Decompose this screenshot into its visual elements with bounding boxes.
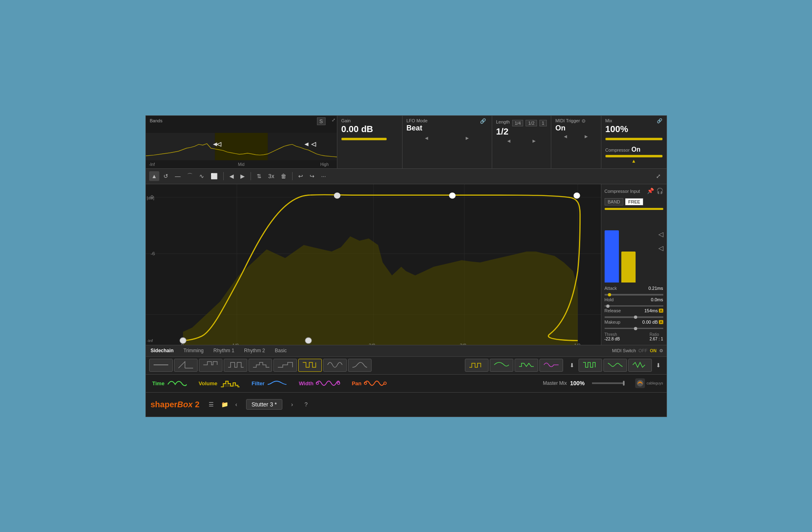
comp-attack-thumb[interactable]: [608, 293, 611, 296]
select-tool-btn[interactable]: ▲: [149, 171, 160, 181]
expand-btn[interactable]: ⤢: [654, 171, 663, 181]
mix-value[interactable]: 100%: [605, 124, 662, 135]
length-btn-half[interactable]: 1/2: [526, 120, 537, 126]
help-btn[interactable]: ?: [302, 400, 310, 409]
shape-btn-pulse[interactable]: [199, 359, 222, 372]
draw-tool-btn[interactable]: ∿: [197, 171, 207, 181]
shape-download-right[interactable]: ⬇: [654, 359, 663, 372]
midi-prev-arrow[interactable]: ◀: [564, 134, 567, 139]
length-next-arrow[interactable]: ▶: [533, 139, 536, 143]
delete-btn[interactable]: 🗑: [278, 171, 289, 181]
module-tab-time[interactable]: Time: [149, 377, 191, 389]
module-tab-width[interactable]: Width: [295, 377, 343, 389]
comp-hold-slider[interactable]: [605, 305, 663, 307]
module-tab-volume[interactable]: Volume: [196, 377, 244, 389]
module-tab-filter[interactable]: Filter: [249, 377, 291, 389]
tab-basic[interactable]: Basic: [273, 347, 288, 354]
colored-shape-2[interactable]: [603, 359, 627, 372]
more-btn[interactable]: ···: [319, 171, 328, 181]
tab-rhythm2[interactable]: Rhythm 2: [242, 347, 266, 354]
line-tool-btn[interactable]: —: [172, 171, 183, 181]
tab-pan-label: Pan: [352, 380, 361, 386]
lfo-next-arrow[interactable]: ▶: [466, 136, 469, 140]
comp-input-bar[interactable]: [605, 208, 663, 210]
colored-shape-group: [579, 359, 652, 372]
comp-release-row: Release 154ms A: [605, 308, 663, 313]
comp-pin-icon[interactable]: 📌: [647, 188, 654, 194]
length-prev-arrow[interactable]: ◀: [507, 139, 511, 143]
comp-band-btn[interactable]: BAND: [605, 198, 624, 205]
shape-btn-flat[interactable]: [149, 359, 173, 372]
tab-trimming[interactable]: Trimming: [182, 347, 205, 354]
tab-sidechain[interactable]: Sidechain: [149, 347, 176, 354]
shape-download-left[interactable]: ⬇: [567, 359, 577, 372]
comp-headphone-icon[interactable]: 🎧: [656, 188, 663, 194]
shape-btn-sine[interactable]: [323, 359, 347, 372]
shape-btn-staircase[interactable]: [273, 359, 297, 372]
comp-makeup-thumb[interactable]: [634, 327, 637, 330]
green-shape-btn-2[interactable]: [490, 359, 513, 372]
comp-free-btn[interactable]: FREE: [625, 198, 643, 205]
comp-hold-thumb[interactable]: [606, 305, 610, 308]
lfo-prev-arrow[interactable]: ◀: [425, 136, 428, 140]
flip-btn[interactable]: ⇅: [254, 171, 264, 181]
green-shape-btn-3[interactable]: [515, 359, 538, 372]
right-panel: Compressor Input 📌 🎧 BAND FREE ◁ ◁: [601, 184, 667, 345]
tab-rhythm1[interactable]: Rhythm 1: [212, 347, 236, 354]
bands-expand-button[interactable]: ⤢: [332, 117, 335, 123]
compressor-bar[interactable]: [605, 155, 662, 157]
preset-name[interactable]: Stutter 3 *: [246, 399, 282, 410]
shape-btn-stutter[interactable]: [298, 359, 322, 372]
curve-tool-btn[interactable]: ⌒: [185, 171, 195, 181]
midi-next-arrow[interactable]: ▶: [585, 134, 588, 139]
svg-text:0: 0: [181, 343, 183, 344]
redo-btn[interactable]: ↪: [307, 171, 317, 181]
length-btn-quarter[interactable]: 1/4: [512, 120, 523, 126]
multiply-btn[interactable]: 3x: [266, 171, 277, 181]
shape-btn-step[interactable]: [249, 359, 272, 372]
folder-btn[interactable]: 📁: [219, 400, 231, 409]
shape-canvas[interactable]: 0 [dB] -6 -Inf 0 1/8 2/8 3/8 1/2: [146, 184, 601, 345]
svg-text:3/8: 3/8: [460, 343, 466, 344]
lfo-mode-value[interactable]: Beat: [407, 124, 488, 132]
select-rect-btn[interactable]: ⬜: [208, 171, 220, 181]
module-tab-pan[interactable]: Pan: [348, 377, 392, 389]
midi-on-label[interactable]: ON: [650, 348, 657, 353]
colored-shape-1[interactable]: [579, 359, 602, 372]
compressor-value[interactable]: On: [632, 146, 640, 153]
gain-bar[interactable]: [341, 138, 387, 140]
bands-mid-label: Mid: [238, 162, 244, 167]
shape-btn-pulse2[interactable]: [224, 359, 247, 372]
shape-btn-curve[interactable]: [348, 359, 372, 372]
back-btn[interactable]: ‹: [233, 400, 240, 409]
colored-shape-3[interactable]: [628, 359, 652, 372]
comp-attack-slider[interactable]: [605, 294, 663, 296]
forward-btn[interactable]: ›: [289, 400, 296, 409]
length-value[interactable]: 1/2: [496, 126, 509, 137]
midi-trigger-value[interactable]: On: [555, 124, 566, 132]
comp-makeup-slider[interactable]: [605, 328, 663, 329]
gain-value[interactable]: 0.00 dB: [341, 124, 398, 135]
master-mix-thumb[interactable]: [623, 381, 625, 386]
midi-gear-icon[interactable]: ⚙: [659, 348, 663, 353]
comp-release-thumb[interactable]: [634, 316, 637, 319]
lfo-link-icon[interactable]: 🔗: [480, 118, 486, 124]
next-btn[interactable]: ▶: [238, 171, 247, 181]
master-mix-value[interactable]: 100%: [570, 380, 585, 386]
menu-btn[interactable]: ☰: [206, 400, 216, 409]
undo-btn[interactable]: ↩: [296, 171, 306, 181]
green-shape-btn-1[interactable]: [465, 359, 489, 372]
length-btn-one[interactable]: 1: [539, 120, 547, 126]
mix-link-icon[interactable]: 🔗: [657, 118, 662, 124]
compressor-section: Compressor On: [605, 140, 662, 157]
length-buttons: 1/4 1/2 1: [512, 120, 547, 126]
comp-release-slider[interactable]: [605, 316, 663, 318]
midi-off-label[interactable]: OFF: [638, 348, 647, 353]
master-mix-slider[interactable]: [592, 382, 625, 384]
midi-trigger-gear[interactable]: ⚙: [581, 118, 586, 124]
rotate-tool-btn[interactable]: ↺: [161, 171, 171, 181]
comp-release-label: Release: [605, 308, 621, 313]
green-shape-btn-4[interactable]: [539, 359, 563, 372]
shape-btn-ramp[interactable]: [174, 359, 198, 372]
prev-btn[interactable]: ◀: [227, 171, 236, 181]
